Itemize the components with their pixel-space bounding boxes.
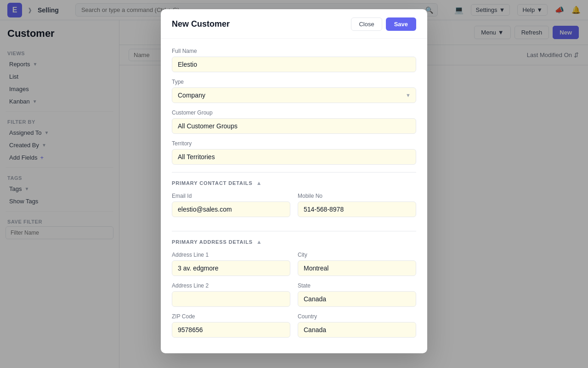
contact-row: Email Id Mobile No (172, 193, 416, 224)
address-row-2: Address Line 2 State (172, 282, 416, 313)
address2-group: Address Line 2 (172, 282, 290, 307)
type-group: Type Company Individual ▼ (172, 79, 416, 103)
country-group: Country (298, 313, 416, 338)
email-input[interactable] (172, 201, 290, 217)
contact-collapse-icon[interactable]: ▲ (256, 180, 262, 186)
type-select-wrapper: Company Individual ▼ (172, 87, 416, 103)
zip-input[interactable] (172, 322, 290, 338)
territory-group: Territory (172, 140, 416, 165)
close-button[interactable]: Close (351, 17, 382, 31)
country-input[interactable] (298, 322, 416, 338)
zip-label: ZIP Code (172, 313, 290, 320)
address-row-1: Address Line 1 City (172, 252, 416, 282)
modal-title: New Customer (172, 19, 230, 29)
address1-label: Address Line 1 (172, 252, 290, 258)
address2-label: Address Line 2 (172, 282, 290, 289)
address1-group: Address Line 1 (172, 252, 290, 276)
address-divider (172, 231, 416, 231)
full-name-input[interactable] (172, 57, 416, 72)
city-input[interactable] (298, 260, 416, 276)
customer-group-label: Customer Group (172, 109, 416, 116)
email-group: Email Id (172, 193, 290, 217)
mobile-group: Mobile No (298, 193, 416, 217)
address2-input[interactable] (172, 291, 290, 307)
city-label: City (298, 252, 416, 258)
city-group: City (298, 252, 416, 276)
country-label: Country (298, 313, 416, 320)
address-collapse-icon[interactable]: ▲ (256, 239, 262, 245)
state-input[interactable] (298, 291, 416, 307)
contact-divider (172, 172, 416, 172)
email-label: Email Id (172, 193, 290, 199)
address1-input[interactable] (172, 260, 290, 276)
new-customer-modal: New Customer Close Save Full Name Type C… (161, 9, 427, 353)
type-label: Type (172, 79, 416, 85)
full-name-label: Full Name (172, 48, 416, 54)
type-select[interactable]: Company Individual (172, 87, 416, 103)
address-row-3: ZIP Code Country (172, 313, 416, 344)
primary-address-heading: PRIMARY ADDRESS DETAILS ▲ (172, 239, 416, 245)
customer-group-input[interactable] (172, 118, 416, 134)
full-name-group: Full Name (172, 48, 416, 72)
territory-input[interactable] (172, 149, 416, 165)
state-label: State (298, 282, 416, 289)
modal-actions: Close Save (351, 17, 416, 31)
customer-group-group: Customer Group (172, 109, 416, 134)
mobile-label: Mobile No (298, 193, 416, 199)
territory-label: Territory (172, 140, 416, 147)
modal-overlay: New Customer Close Save Full Name Type C… (0, 0, 588, 368)
zip-group: ZIP Code (172, 313, 290, 338)
primary-contact-heading: PRIMARY CONTACT DETAILS ▲ (172, 180, 416, 186)
modal-header: New Customer Close Save (161, 9, 427, 39)
modal-body: Full Name Type Company Individual ▼ Cust… (161, 39, 427, 353)
state-group: State (298, 282, 416, 307)
save-button[interactable]: Save (386, 17, 416, 31)
mobile-input[interactable] (298, 201, 416, 217)
